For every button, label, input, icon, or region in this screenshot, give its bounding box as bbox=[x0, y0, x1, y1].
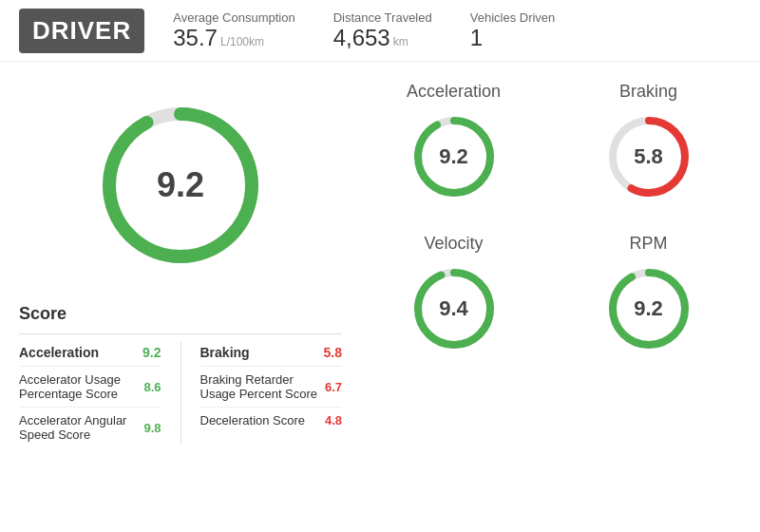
stat-value: 35.7 bbox=[173, 25, 218, 51]
donut-cell: Acceleration 9.2 bbox=[361, 71, 546, 214]
left-score-col: Acceleration9.2Accelerator Usage Percent… bbox=[19, 342, 181, 445]
donut-cell: Braking 5.8 bbox=[556, 71, 741, 214]
score-section: Score Acceleration9.2Accelerator Usage P… bbox=[19, 299, 342, 445]
stat-unit: L/100km bbox=[220, 35, 264, 48]
small-donut: 5.8 bbox=[601, 109, 696, 204]
score-row-value: 5.8 bbox=[324, 345, 342, 360]
donut-label: Acceleration bbox=[407, 82, 501, 102]
score-divider bbox=[19, 333, 342, 334]
score-row: Braking5.8 bbox=[200, 342, 343, 363]
stat-value: 4,653 bbox=[333, 25, 390, 51]
score-row-value: 9.8 bbox=[143, 421, 161, 435]
small-donut-value: 9.4 bbox=[439, 296, 468, 321]
score-title: Score bbox=[19, 304, 342, 324]
stat-item: Distance Traveled4,653 km bbox=[333, 10, 432, 51]
right-score-col: Braking5.8Braking Retarder Usage Percent… bbox=[181, 342, 343, 445]
score-row-label: Braking bbox=[200, 345, 250, 360]
stat-item: Average Consumption35.7 L/100km bbox=[173, 10, 294, 51]
score-row-label: Braking Retarder Usage Percent Score bbox=[200, 372, 325, 401]
small-donut: 9.2 bbox=[601, 261, 696, 356]
score-row: Braking Retarder Usage Percent Score6.7 bbox=[200, 370, 343, 404]
stat-item: Vehicles Driven1 bbox=[470, 10, 556, 51]
score-row-value: 4.8 bbox=[325, 413, 342, 428]
stat-unit: km bbox=[393, 35, 408, 48]
small-donut-value: 9.2 bbox=[634, 296, 663, 321]
big-donut-value: 9.2 bbox=[157, 165, 204, 205]
small-donut: 9.2 bbox=[407, 109, 502, 204]
stat-label: Vehicles Driven bbox=[470, 10, 556, 25]
score-row-label: Accelerator Usage Percentage Score bbox=[19, 372, 143, 401]
score-row-value: 9.2 bbox=[142, 345, 161, 360]
score-columns: Acceleration9.2Accelerator Usage Percent… bbox=[19, 342, 342, 445]
donut-label: Braking bbox=[619, 82, 677, 102]
score-row-label: Acceleration bbox=[19, 345, 99, 360]
score-row-value: 6.7 bbox=[325, 380, 342, 394]
right-panel: Acceleration 9.2 Braking 5.8 Velocity 9.… bbox=[342, 71, 741, 518]
main-content: 9.2 Score Acceleration9.2Accelerator Usa… bbox=[0, 62, 760, 527]
small-donut-value: 5.8 bbox=[634, 144, 663, 169]
big-donut: 9.2 bbox=[95, 100, 266, 271]
small-donut: 9.4 bbox=[407, 261, 502, 356]
big-donut-container: 9.2 bbox=[19, 81, 342, 290]
header: DRIVER Average Consumption35.7 L/100kmDi… bbox=[0, 0, 760, 62]
score-row: Acceleration9.2 bbox=[19, 342, 162, 363]
donut-cell: RPM 9.2 bbox=[556, 223, 741, 366]
score-row: Deceleration Score4.8 bbox=[200, 410, 343, 430]
score-row-label: Deceleration Score bbox=[200, 413, 306, 428]
small-donut-value: 9.2 bbox=[439, 144, 468, 169]
donut-label: Velocity bbox=[424, 234, 483, 254]
stat-label: Distance Traveled bbox=[333, 10, 432, 25]
stat-label: Average Consumption bbox=[173, 10, 294, 25]
driver-badge: DRIVER bbox=[19, 9, 144, 53]
score-row-label: Accelerator Angular Speed Score bbox=[19, 413, 143, 442]
stat-group: Average Consumption35.7 L/100kmDistance … bbox=[173, 10, 555, 51]
score-row: Accelerator Angular Speed Score9.8 bbox=[19, 410, 162, 445]
stat-value: 1 bbox=[470, 25, 483, 51]
donuts-grid: Acceleration 9.2 Braking 5.8 Velocity 9.… bbox=[361, 71, 741, 366]
donut-label: RPM bbox=[630, 234, 668, 254]
score-row-value: 8.6 bbox=[143, 380, 161, 394]
score-row: Accelerator Usage Percentage Score8.6 bbox=[19, 370, 162, 404]
left-panel: 9.2 Score Acceleration9.2Accelerator Usa… bbox=[19, 71, 342, 518]
donut-cell: Velocity 9.4 bbox=[361, 223, 546, 366]
